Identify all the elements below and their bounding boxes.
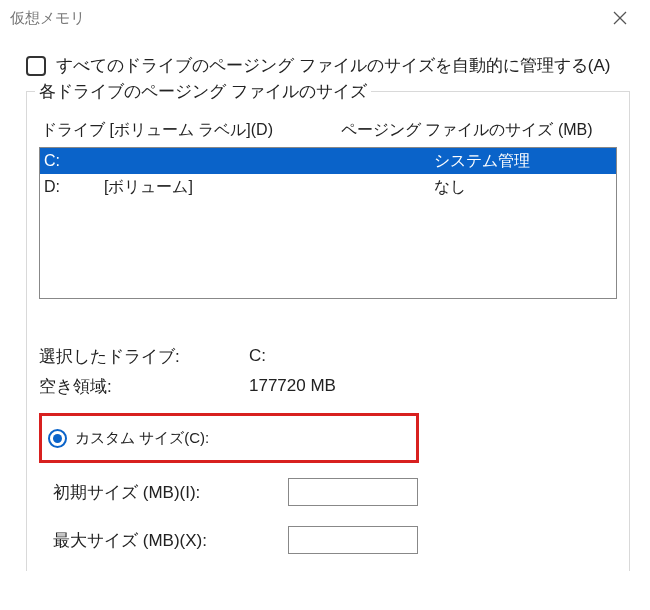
header-drive-label: ドライブ [ボリューム ラベル](D) [41,120,341,141]
drive-list-header: ドライブ [ボリューム ラベル](D) ページング ファイルのサイズ (MB) [39,116,617,147]
auto-manage-label: すべてのドライブのページング ファイルのサイズを自動的に管理する(A) [56,54,610,77]
auto-manage-checkbox[interactable]: すべてのドライブのページング ファイルのサイズを自動的に管理する(A) [26,54,630,77]
max-size-label: 最大サイズ (MB)(X): [39,529,288,552]
drive-paging-size: なし [344,177,616,198]
dialog-content: すべてのドライブのページング ファイルのサイズを自動的に管理する(A) 各ドライ… [0,36,650,571]
close-icon [613,11,627,25]
close-button[interactable] [600,0,640,36]
drive-row[interactable]: D: [ボリューム] なし [40,174,616,200]
groupbox-legend: 各ドライブのページング ファイルのサイズ [35,80,371,103]
initial-size-row: 初期サイズ (MB)(I): [39,473,617,511]
window-title: 仮想メモリ [10,9,600,28]
drive-row[interactable]: C: システム管理 [40,148,616,174]
free-space-label: 空き領域: [39,375,249,398]
initial-size-label: 初期サイズ (MB)(I): [39,481,288,504]
radio-icon [48,429,67,448]
drive-volume-label: [ボリューム] [104,177,344,198]
free-space-value: 177720 MB [249,376,617,396]
checkbox-icon [26,56,46,76]
drive-list[interactable]: C: システム管理 D: [ボリューム] なし [39,147,617,299]
drive-info: 選択したドライブ: C: 空き領域: 177720 MB [39,341,617,401]
drive-letter: D: [40,178,104,196]
custom-size-radio[interactable]: カスタム サイズ(C): [39,413,419,463]
custom-size-radio-label: カスタム サイズ(C): [75,429,209,448]
paging-file-groupbox: 各ドライブのページング ファイルのサイズ ドライブ [ボリューム ラベル](D)… [26,91,630,571]
titlebar: 仮想メモリ [0,0,650,36]
drive-letter: C: [40,152,104,170]
header-size-label: ページング ファイルのサイズ (MB) [341,120,615,141]
max-size-input[interactable] [288,526,418,554]
initial-size-input[interactable] [288,478,418,506]
max-size-row: 最大サイズ (MB)(X): [39,521,617,559]
drive-paging-size: システム管理 [344,151,616,172]
selected-drive-value: C: [249,346,617,366]
selected-drive-label: 選択したドライブ: [39,345,249,368]
